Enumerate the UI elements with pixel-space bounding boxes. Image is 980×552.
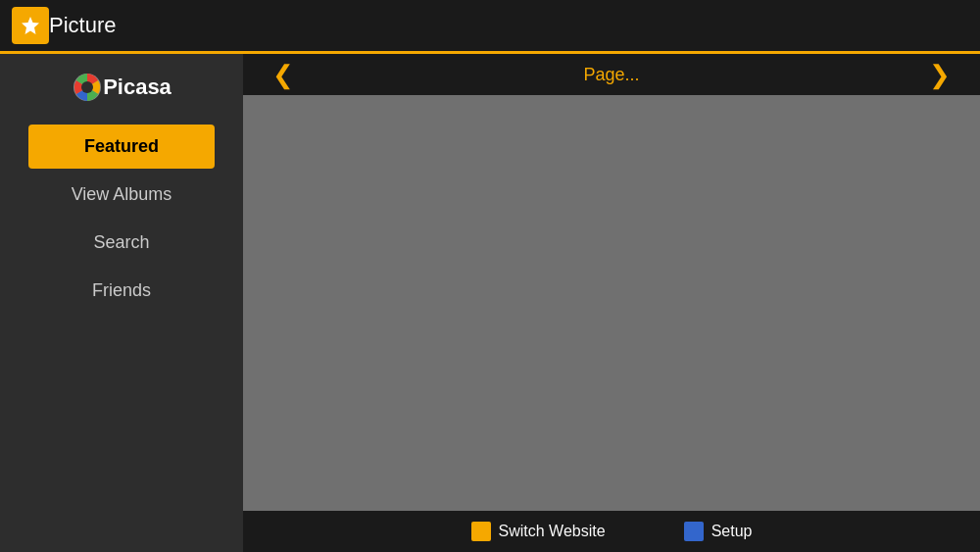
chevron-right-icon: ❯	[929, 60, 951, 90]
content-grid	[243, 95, 980, 511]
next-page-button[interactable]: ❯	[900, 60, 980, 90]
prev-page-button[interactable]: ❮	[243, 60, 323, 90]
content-area: ❮ Page... ❯ Switch Website Setup	[243, 54, 980, 552]
bottom-bar: Switch Website Setup	[243, 511, 980, 552]
page-label: Page...	[323, 65, 900, 85]
sidebar-item-featured[interactable]: Featured	[28, 125, 215, 169]
sidebar-item-friends[interactable]: Friends	[28, 269, 215, 313]
switch-website-label: Switch Website	[499, 523, 606, 540]
page-nav: ❮ Page... ❯	[243, 54, 980, 95]
setup-button[interactable]: Setup	[684, 522, 753, 541]
sidebar: Picasa Featured View Albums Search Frien…	[0, 54, 243, 552]
main-area: Picasa Featured View Albums Search Frien…	[0, 54, 980, 552]
picasa-logo-icon	[72, 72, 103, 103]
sidebar-nav: Featured View Albums Search Friends	[0, 125, 243, 317]
sidebar-item-search[interactable]: Search	[28, 221, 215, 265]
top-bar: Picture	[0, 0, 980, 54]
blue-indicator	[684, 522, 704, 541]
switch-website-button[interactable]: Switch Website	[471, 522, 606, 541]
svg-point-1	[81, 81, 93, 93]
app-name: Picasa	[103, 75, 172, 100]
sidebar-item-view-albums[interactable]: View Albums	[28, 173, 215, 217]
chevron-left-icon: ❮	[272, 60, 294, 90]
page-title: Picture	[49, 13, 116, 38]
app-logo: Picasa	[72, 72, 172, 103]
trophy-icon	[12, 7, 49, 44]
setup-label: Setup	[711, 523, 753, 540]
orange-indicator	[471, 522, 491, 541]
